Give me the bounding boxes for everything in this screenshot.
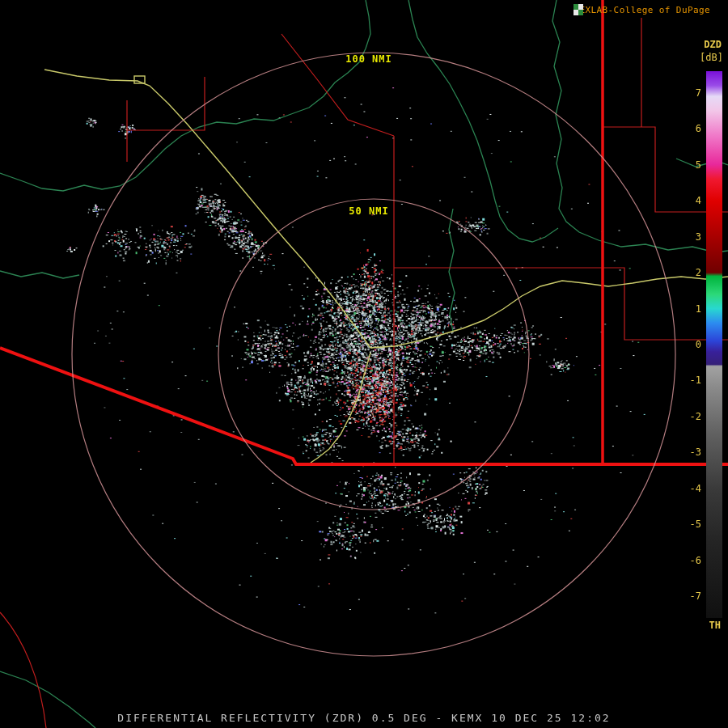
road-line-i10-west <box>44 70 370 348</box>
brand: NEXLAB-College of DuPage <box>574 4 725 15</box>
colorbar-tick-label: -6 <box>672 555 701 566</box>
road-line-i19-south <box>311 353 370 463</box>
colorbar-tick-label: -2 <box>672 411 701 422</box>
colorbar-tick-label: 5 <box>672 159 701 171</box>
colorbar-tick-label: 6 <box>672 123 701 134</box>
range-rings <box>72 53 675 656</box>
radar-display: 50 NMI 100 NMI NEXLAB-College of DuPage … <box>0 0 728 728</box>
river-lines <box>0 0 728 728</box>
river-line <box>0 0 370 191</box>
colorbar-units-label: [dB] <box>700 52 723 63</box>
colorbar-tick-label: -4 <box>672 483 701 494</box>
colorbar-tick-label: -5 <box>672 518 701 530</box>
river-line <box>408 0 558 242</box>
colorbar-tick-label: 4 <box>672 195 701 206</box>
colorbar-bottom-label: TH <box>709 620 721 631</box>
river-line <box>0 271 79 278</box>
map-overlay-svg <box>0 0 728 728</box>
colorbar-tick-label: -7 <box>672 590 701 602</box>
colorbar-tick-label: 2 <box>672 267 701 278</box>
colorbar-tick-label: 3 <box>672 231 701 243</box>
colorbar-tick-label: -3 <box>672 447 701 458</box>
brand-text: NEXLAB-College of DuPage <box>574 5 710 15</box>
cod-logo-icon <box>714 4 725 15</box>
colorbar-tick-label: 1 <box>672 303 701 315</box>
range-ring <box>72 53 675 656</box>
colorbar-tick-label: 0 <box>672 339 701 350</box>
county-line <box>127 77 205 130</box>
border-mexico <box>0 348 728 464</box>
range-ring-label-100: 100 NMI <box>336 53 401 65</box>
product-caption: DIFFERENTIAL REFLECTIVITY (ZDR) 0.5 DEG … <box>0 712 728 724</box>
colorbar-product-label: DZD <box>704 39 722 50</box>
river-line <box>449 209 455 332</box>
river-line <box>552 0 728 252</box>
state-border-lines <box>0 0 728 464</box>
colorbar-gradient <box>706 71 722 618</box>
colorbar-tick-label: 7 <box>672 87 701 99</box>
range-ring-label-50: 50 NMI <box>340 205 398 217</box>
county-line <box>281 34 394 136</box>
county-lines <box>0 18 728 728</box>
colorbar-tick-label: -1 <box>672 375 701 386</box>
county-line <box>0 612 46 728</box>
